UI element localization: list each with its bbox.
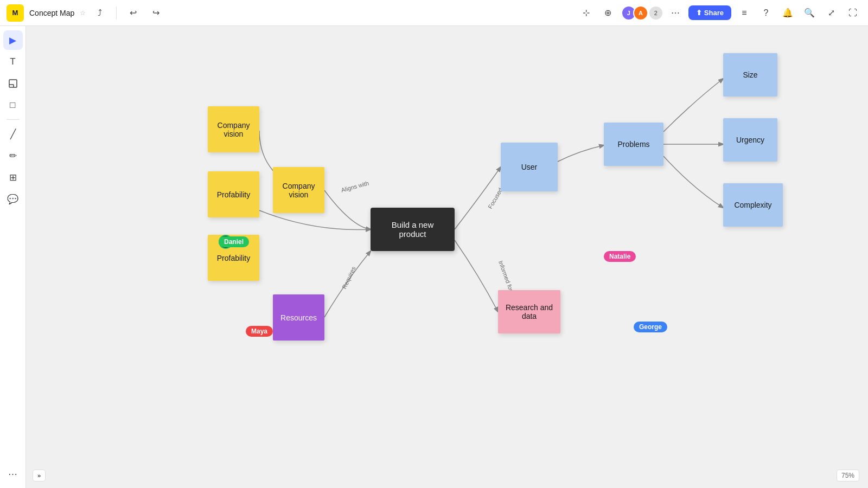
natalie-cursor-group: Natalie xyxy=(604,254,609,259)
zoom-indicator: 75% xyxy=(837,470,859,481)
urgency-node[interactable]: Urgency xyxy=(723,118,777,162)
apps-icon[interactable]: ⋯ xyxy=(667,4,684,22)
more-tools-button[interactable]: ⋯ xyxy=(3,464,23,484)
problems-node[interactable]: Problems xyxy=(604,123,663,166)
left-sidebar: ▶ T □ ╱ ✏ ⊞ 💬 ⋯ xyxy=(0,26,26,488)
shape-tool-button[interactable]: □ xyxy=(3,95,23,115)
user-node[interactable]: User xyxy=(501,143,558,191)
svg-rect-0 xyxy=(9,80,17,87)
miro-logo[interactable]: M xyxy=(7,4,24,22)
undo-button[interactable]: ↩ xyxy=(124,4,142,22)
avatar-user2: A xyxy=(633,5,648,21)
george-cursor-arrow xyxy=(633,324,640,331)
maya-cursor-group: Maya xyxy=(246,329,252,334)
sidebar-separator xyxy=(7,119,20,120)
complexity-node[interactable]: Complexity xyxy=(723,183,783,227)
resources-node[interactable]: Resources xyxy=(273,294,324,341)
text-tool-button[interactable]: T xyxy=(3,52,23,72)
share-icon: ⬆ xyxy=(696,9,702,17)
zoom-icon[interactable]: ⊕ xyxy=(599,4,617,22)
avatar-count: 2 xyxy=(649,7,662,20)
profability-node-1[interactable]: Profability xyxy=(208,171,259,217)
company-vision-node-2[interactable]: Company vision xyxy=(273,167,324,213)
natalie-cursor-arrow xyxy=(603,253,610,260)
profability-node-2[interactable]: Profability xyxy=(208,235,259,281)
company-vision-node-1[interactable]: Company vision xyxy=(208,106,259,152)
fullscreen-icon[interactable]: ⛶ xyxy=(844,4,861,22)
separator-1 xyxy=(116,7,117,20)
share-label: Share xyxy=(704,9,724,17)
board-title: Concept Map xyxy=(29,9,74,17)
canvas[interactable]: Aligns with Focused on Requires Informed… xyxy=(26,26,868,488)
maya-cursor-arrow xyxy=(245,327,253,336)
share-to-web-icon[interactable]: ⤴ xyxy=(91,4,108,22)
notification-icon[interactable]: 🔔 xyxy=(779,4,796,22)
topbar: M Concept Map ☆ ⤴ ↩ ↪ ⊹ ⊕ J A 2 ⋯ ⬆ Shar… xyxy=(0,0,868,26)
size-node[interactable]: Size xyxy=(723,53,777,97)
cursor-tool-icon[interactable]: ⊹ xyxy=(578,4,595,22)
search-icon[interactable]: 🔍 xyxy=(801,4,818,22)
avatar-group: J A 2 xyxy=(621,5,662,21)
requires-label: Requires xyxy=(341,266,356,290)
frame-tool-button[interactable]: ⊞ xyxy=(3,168,23,187)
george-cursor-group: George xyxy=(634,324,639,330)
title-star: ☆ xyxy=(80,9,86,17)
research-node[interactable]: Research and data xyxy=(498,290,560,333)
select-tool-button[interactable]: ▶ xyxy=(3,30,23,50)
fit-icon[interactable]: ⤢ xyxy=(822,4,840,22)
sticky-note-tool-button[interactable] xyxy=(3,74,23,93)
board-settings-icon[interactable]: ≡ xyxy=(736,4,753,22)
line-tool-button[interactable]: ╱ xyxy=(3,124,23,144)
redo-button[interactable]: ↪ xyxy=(147,4,164,22)
help-icon[interactable]: ? xyxy=(757,4,775,22)
informed-for-label: Informed for xyxy=(497,260,515,292)
daniel-cursor-group: D Daniel xyxy=(219,235,233,249)
comment-tool-button[interactable]: 💬 xyxy=(3,189,23,209)
aligns-with-label: Aligns with xyxy=(340,179,369,193)
daniel-avatar: D xyxy=(219,235,233,249)
topbar-right: ⊹ ⊕ J A 2 ⋯ ⬆ Share ≡ ? 🔔 🔍 ⤢ ⛶ xyxy=(578,4,861,22)
center-node[interactable]: Build a new product xyxy=(371,208,455,251)
collapse-panel-button[interactable]: » xyxy=(33,470,46,481)
share-button[interactable]: ⬆ Share xyxy=(688,5,731,20)
pen-tool-button[interactable]: ✏ xyxy=(3,146,23,165)
